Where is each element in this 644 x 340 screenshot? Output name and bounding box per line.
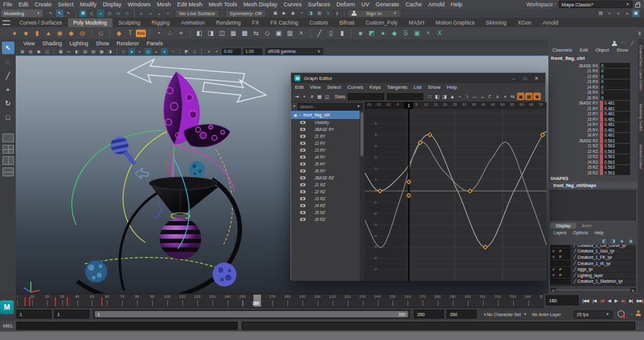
layer-playback-toggle[interactable]: P <box>557 249 564 254</box>
selection-mask-object-icon[interactable]: ↖ <box>56 9 64 17</box>
play-backwards-button[interactable]: ◀ <box>608 298 610 303</box>
character-set-select[interactable]: No Character Set ▼ <box>487 310 527 319</box>
layer-playback-toggle[interactable] <box>557 279 564 284</box>
sculpt-checker-icon[interactable]: ▣ <box>412 28 422 38</box>
layout-four-pane-button[interactable] <box>3 145 14 154</box>
bookmark-icon[interactable]: ▥ <box>27 48 34 55</box>
menu-set-select[interactable]: Modeling ▼ <box>1 9 43 17</box>
visibility-eye-icon[interactable] <box>300 211 306 214</box>
stats-time-field[interactable] <box>348 93 384 100</box>
outliner-channel-j4-ry[interactable]: J4 RY <box>291 154 364 161</box>
current-frame-indicator[interactable]: 1 <box>404 102 413 109</box>
striped-sphere-geometry[interactable] <box>158 218 203 259</box>
graph-editor-window[interactable]: M Graph Editor – □ ✕ EditViewSelectCurve… <box>291 72 546 280</box>
poly-type-icon[interactable]: T <box>125 28 135 38</box>
shelf-tab-curves-surfaces[interactable]: Curves / Surfaces <box>14 18 68 27</box>
layer-list-scrollbar[interactable]: ◀▶ <box>550 288 636 292</box>
break-tangents-icon[interactable]: × <box>501 93 509 100</box>
menu-surfaces[interactable]: Surfaces <box>305 1 334 8</box>
outliner-channel-j1-rz[interactable]: J1 RZ <box>291 181 364 188</box>
bevel-icon[interactable]: ◩ <box>367 28 377 38</box>
normalized-view-icon[interactable]: ◨ <box>441 93 448 100</box>
shelf-tab-custom-poly[interactable]: Custom_Poly <box>360 18 403 27</box>
visibility-eye-icon[interactable] <box>300 135 306 138</box>
visibility-eye-icon[interactable] <box>300 156 306 159</box>
channel-box-menu-edit[interactable]: Edit <box>576 47 592 53</box>
outliner-channel-j6-ry[interactable]: J6 RY <box>291 167 364 174</box>
visibility-eye-icon[interactable] <box>300 121 306 124</box>
flat-tangent-icon[interactable]: ↔ <box>479 93 486 100</box>
layer-tab-display[interactable]: Display <box>550 223 576 229</box>
channel-row-j6-rx[interactable]: J6 RX0 <box>548 95 638 101</box>
channel-box-toggle-icon[interactable]: ▣ <box>632 9 640 17</box>
layer-display-toggle[interactable] <box>564 279 570 284</box>
anim-layer-select[interactable]: No Anim Layer <box>532 310 561 319</box>
selection-mask-component-icon[interactable]: ↖ <box>65 9 72 17</box>
pre-infinity-cycle-icon[interactable]: ▣ <box>517 93 525 100</box>
graph-editor-menu-list[interactable]: List <box>414 84 426 90</box>
menu-help[interactable]: Help <box>448 1 466 8</box>
channel-value-field[interactable]: 0.481 <box>600 101 630 106</box>
fill-hole-icon[interactable]: ▩ <box>240 28 250 38</box>
make-live-icon[interactable]: ◇ <box>123 9 131 17</box>
layer-menu-options[interactable]: Options <box>570 230 591 235</box>
layer-row-eggs-lyr[interactable]: VP╱eggs_lyr <box>550 266 636 273</box>
unify-tangents-icon[interactable]: ⇆ <box>509 93 516 100</box>
visibility-eye-icon[interactable] <box>300 149 306 152</box>
visibility-eye-icon[interactable] <box>300 162 306 166</box>
search-input[interactable]: Search... ▼ <box>297 103 363 110</box>
auto-tangent-icon[interactable]: ▲ <box>448 93 456 100</box>
layer-row-creature-1-fk-lyr[interactable]: VP╱Creature_1_FK_lyr <box>550 254 636 261</box>
delete-edge-icon[interactable]: X <box>435 28 445 38</box>
layer-menu-help[interactable]: Help <box>591 230 606 235</box>
menu-mesh-display[interactable]: Mesh Display <box>240 1 280 8</box>
range-start-handle[interactable]: 1 <box>97 312 100 317</box>
lasso-select-tool[interactable]: ◌ <box>2 55 14 68</box>
layer-visible-toggle[interactable]: V <box>550 267 557 272</box>
expand-icon[interactable]: ▣ <box>294 113 297 117</box>
wireframe-icon[interactable]: ◇ <box>120 48 127 55</box>
subdivide-icon[interactable]: ▣ <box>274 28 284 38</box>
workspace-lock-icon[interactable] <box>635 4 640 8</box>
menu-deform[interactable]: Deform <box>333 1 358 8</box>
outliner-node-front_flag_ctrl[interactable]: ▣ ~ front_flag_ctrl <box>291 111 364 119</box>
animation-start-field[interactable]: 1 <box>16 310 52 319</box>
shaded-mode-icon[interactable]: ● <box>128 48 135 55</box>
channel-box-menu-object[interactable]: Object <box>592 47 613 53</box>
shelf-tab-bifrost[interactable]: Bifrost <box>333 18 360 27</box>
clamped-tangent-icon[interactable]: \ <box>464 93 471 100</box>
layer-display-toggle[interactable] <box>564 273 570 278</box>
shelf-tab-arnold[interactable]: Arnold <box>537 18 564 27</box>
menu-file[interactable]: File <box>0 1 16 8</box>
booleans-icon[interactable]: ◫ <box>217 28 227 38</box>
keyframe-marker[interactable] <box>483 245 487 249</box>
insert-edge-loop-icon[interactable]: ▯ <box>326 28 336 38</box>
quad-draw-icon[interactable]: ◆ <box>389 28 399 38</box>
anim-curve-icon[interactable]: ◠ <box>619 40 627 47</box>
graph-curve-view[interactable]: 6543210-1-2-3-4-5-6-7 <box>365 109 547 281</box>
character-icon[interactable] <box>611 40 618 47</box>
super-shape-icon[interactable]: ◆ <box>114 28 124 38</box>
go-to-start-button[interactable]: |◀◀ <box>582 298 589 303</box>
menu-curves[interactable]: Curves <box>280 1 305 8</box>
poly-sphere-icon[interactable]: ● <box>9 28 19 38</box>
menu-edit-mesh[interactable]: Edit Mesh <box>174 1 206 8</box>
visibility-eye-icon[interactable] <box>300 142 306 145</box>
layer-row-creature-1-ik-lyr[interactable]: ╱Creature_1_IK_lyr <box>550 261 636 267</box>
egg-sphere-right[interactable] <box>213 263 236 286</box>
channel-row-j1-rx[interactable]: J1 RX0 <box>548 69 638 74</box>
grid-fill-icon[interactable]: ▦ <box>228 28 238 38</box>
plateau-tangent-icon[interactable]: ∧ <box>494 93 501 100</box>
menu-uv[interactable]: UV <box>358 1 373 8</box>
smooth-icon[interactable]: ◇ <box>262 28 272 38</box>
channel-row-j3-rx[interactable]: J3 RX0 <box>548 79 638 85</box>
menu-create[interactable]: Create <box>31 1 55 8</box>
visibility-eye-icon[interactable] <box>300 190 306 193</box>
channel-row-j1-rz[interactable]: J1 RZ0.563 <box>548 144 638 149</box>
menu-generate[interactable]: Generate <box>372 1 402 8</box>
channel-value-field[interactable]: 0 <box>600 90 630 95</box>
modeling-toolkit-toggle-icon[interactable]: ▨ <box>597 9 604 17</box>
tool-settings-toggle-icon[interactable]: ≡ <box>623 9 631 17</box>
channel-row-j6-ry[interactable]: J6 RY0.481 <box>548 133 638 139</box>
layer-display-toggle[interactable] <box>564 245 570 247</box>
